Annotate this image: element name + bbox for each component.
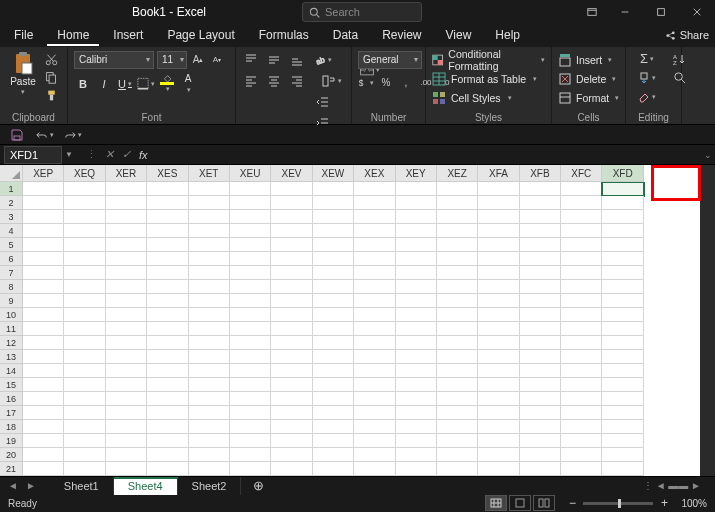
cell[interactable] <box>602 280 643 294</box>
cell[interactable] <box>106 420 147 434</box>
cell[interactable] <box>437 350 478 364</box>
cell[interactable] <box>23 210 64 224</box>
cell[interactable] <box>354 308 395 322</box>
cell[interactable] <box>354 434 395 448</box>
new-sheet-button[interactable]: ⊕ <box>247 478 269 493</box>
zoom-slider[interactable] <box>583 502 653 505</box>
cell[interactable] <box>602 406 643 420</box>
cell[interactable] <box>561 294 602 308</box>
cell[interactable] <box>271 196 312 210</box>
cell[interactable] <box>396 322 437 336</box>
cell[interactable] <box>147 238 188 252</box>
cell[interactable] <box>106 294 147 308</box>
cell[interactable] <box>396 350 437 364</box>
cell[interactable] <box>64 280 105 294</box>
cell[interactable] <box>396 308 437 322</box>
cell[interactable] <box>437 336 478 350</box>
cell[interactable] <box>230 210 271 224</box>
cell[interactable] <box>396 462 437 476</box>
cell[interactable] <box>478 308 519 322</box>
row-header[interactable]: 6 <box>0 252 23 266</box>
cell[interactable] <box>354 252 395 266</box>
cell[interactable] <box>147 420 188 434</box>
cell[interactable] <box>230 406 271 420</box>
cell[interactable] <box>602 322 643 336</box>
sheet-tab-sheet2[interactable]: Sheet2 <box>178 477 242 495</box>
cell[interactable] <box>271 210 312 224</box>
cell[interactable] <box>230 462 271 476</box>
cell[interactable] <box>230 266 271 280</box>
cell[interactable] <box>396 266 437 280</box>
cell[interactable] <box>561 448 602 462</box>
cell[interactable] <box>230 364 271 378</box>
cell[interactable] <box>64 308 105 322</box>
cell[interactable] <box>313 434 354 448</box>
cell[interactable] <box>230 280 271 294</box>
cell[interactable] <box>520 406 561 420</box>
cell[interactable] <box>23 196 64 210</box>
minimize-button[interactable] <box>607 0 643 26</box>
cell[interactable] <box>396 294 437 308</box>
cell[interactable] <box>520 378 561 392</box>
cell[interactable] <box>520 336 561 350</box>
cell[interactable] <box>189 210 230 224</box>
row-header[interactable]: 5 <box>0 238 23 252</box>
cell[interactable] <box>478 364 519 378</box>
cell[interactable] <box>396 252 437 266</box>
cell[interactable] <box>602 434 643 448</box>
cell[interactable] <box>478 420 519 434</box>
cell[interactable] <box>313 336 354 350</box>
accounting-format-button[interactable]: $ <box>358 75 374 91</box>
cell[interactable] <box>313 210 354 224</box>
cell[interactable] <box>189 308 230 322</box>
cell[interactable] <box>602 448 643 462</box>
cell[interactable] <box>602 336 643 350</box>
cell[interactable] <box>271 252 312 266</box>
align-middle-button[interactable] <box>265 51 283 69</box>
cell[interactable] <box>64 364 105 378</box>
cell[interactable] <box>189 182 230 196</box>
column-header[interactable]: XEZ <box>437 165 478 182</box>
column-header[interactable]: XFD <box>602 165 643 182</box>
cell[interactable] <box>313 406 354 420</box>
cell[interactable] <box>230 252 271 266</box>
cell[interactable] <box>520 182 561 196</box>
cell[interactable] <box>230 350 271 364</box>
row-header[interactable]: 14 <box>0 364 23 378</box>
cell[interactable] <box>437 448 478 462</box>
cell[interactable] <box>64 350 105 364</box>
cell[interactable] <box>23 364 64 378</box>
cell[interactable] <box>23 406 64 420</box>
cell[interactable] <box>313 196 354 210</box>
cell[interactable] <box>230 448 271 462</box>
cell[interactable] <box>106 280 147 294</box>
cell[interactable] <box>271 238 312 252</box>
cell[interactable] <box>602 182 643 196</box>
cell[interactable] <box>23 392 64 406</box>
cell[interactable] <box>23 462 64 476</box>
cell[interactable] <box>23 448 64 462</box>
cell[interactable] <box>561 378 602 392</box>
paste-button[interactable]: Paste ▾ <box>6 51 40 96</box>
cell[interactable] <box>478 392 519 406</box>
cell[interactable] <box>23 336 64 350</box>
cell[interactable] <box>478 434 519 448</box>
cell-styles-button[interactable]: Cell Styles <box>432 89 545 107</box>
cell[interactable] <box>106 448 147 462</box>
fill-color-button[interactable] <box>158 75 176 93</box>
cell[interactable] <box>520 350 561 364</box>
cut-button[interactable] <box>43 53 59 67</box>
cell[interactable] <box>478 224 519 238</box>
cell[interactable] <box>437 406 478 420</box>
align-right-button[interactable] <box>288 72 306 90</box>
cell[interactable] <box>313 448 354 462</box>
cell[interactable] <box>189 322 230 336</box>
cell[interactable] <box>64 238 105 252</box>
cell[interactable] <box>106 266 147 280</box>
cell[interactable] <box>478 280 519 294</box>
formula-input[interactable] <box>156 146 695 164</box>
cell[interactable] <box>437 266 478 280</box>
cell[interactable] <box>602 364 643 378</box>
cell[interactable] <box>230 322 271 336</box>
cell[interactable] <box>354 224 395 238</box>
